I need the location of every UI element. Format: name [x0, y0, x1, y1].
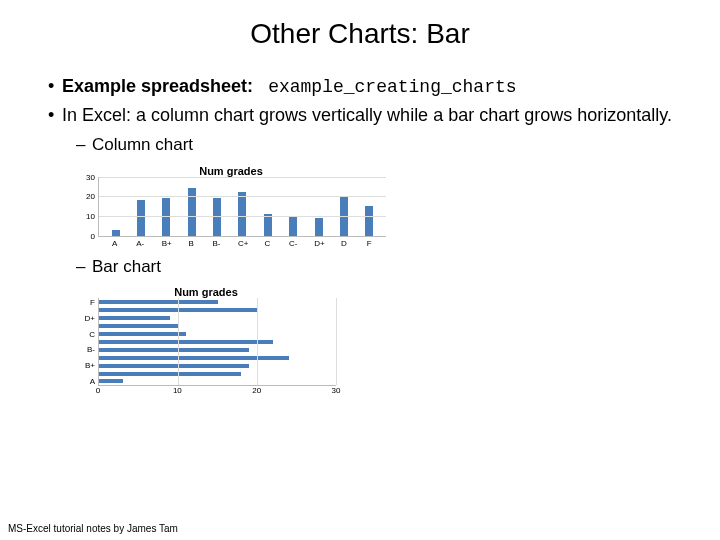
bullet-1-prefix: Example spreadsheet:	[62, 76, 253, 96]
footer-text: MS-Excel tutorial notes by James Tam	[8, 523, 178, 534]
sub-bullet-column: – Column chart	[76, 134, 680, 157]
x-tick-label: 20	[252, 386, 261, 395]
x-tick-label: D	[340, 239, 348, 248]
column-bar	[315, 218, 323, 236]
y-tick-label: 20	[79, 192, 95, 201]
bar-row: B+	[99, 363, 336, 369]
bar-chart: Num grades FD+CB-B+A 0102030	[76, 286, 680, 398]
sub-bullet-column-label: Column chart	[92, 134, 193, 157]
bar	[99, 340, 273, 344]
bar-chart-xlabels: 0102030	[98, 386, 336, 398]
x-tick-label: 30	[332, 386, 341, 395]
gridline	[99, 196, 386, 197]
y-tick-label: C	[77, 330, 95, 339]
page-title: Other Charts: Bar	[40, 18, 680, 50]
x-tick-label: C-	[289, 239, 297, 248]
x-tick-label: 10	[173, 386, 182, 395]
bar	[99, 300, 218, 304]
bar	[99, 356, 289, 360]
dash-icon: –	[76, 256, 92, 279]
bar-row	[99, 371, 336, 377]
gridline	[178, 298, 179, 385]
y-tick-label: 30	[79, 172, 95, 181]
bullet-1-filename: example_creating_charts	[268, 77, 516, 97]
column-bar	[112, 230, 120, 236]
bar	[99, 324, 178, 328]
sub-bullet-bar-label: Bar chart	[92, 256, 161, 279]
bar	[99, 332, 186, 336]
gridline	[257, 298, 258, 385]
dash-icon: –	[76, 134, 92, 157]
column-bar	[264, 214, 272, 236]
x-tick-label: F	[365, 239, 373, 248]
bar-chart-title: Num grades	[76, 286, 336, 298]
y-tick-label: B-	[77, 345, 95, 354]
bar	[99, 316, 170, 320]
bar-row: F	[99, 299, 336, 305]
bar-row	[99, 355, 336, 361]
y-tick-label: A	[77, 377, 95, 386]
x-tick-label: A-	[136, 239, 144, 248]
y-tick-label: D+	[77, 314, 95, 323]
column-bar	[365, 206, 373, 236]
x-tick-label: B-	[213, 239, 221, 248]
bar-chart-plot: FD+CB-B+A	[98, 298, 336, 386]
y-tick-label: 0	[79, 231, 95, 240]
bar-row: A	[99, 378, 336, 384]
y-tick-label: F	[77, 298, 95, 307]
bullet-list: • Example spreadsheet: example_creating_…	[48, 74, 680, 157]
y-tick-label: 10	[79, 211, 95, 220]
gridline	[336, 298, 337, 385]
bar-row: B-	[99, 347, 336, 353]
bullet-dot-icon: •	[48, 74, 62, 99]
bar	[99, 379, 123, 383]
bullet-dot-icon: •	[48, 103, 62, 127]
x-tick-label: C	[263, 239, 271, 248]
gridline	[99, 216, 386, 217]
gridline	[99, 177, 386, 178]
column-bar	[289, 216, 297, 236]
bar-row	[99, 307, 336, 313]
bar-row: C	[99, 331, 336, 337]
bullet-2: • In Excel: a column chart grows vertica…	[48, 103, 680, 127]
x-tick-label: B	[187, 239, 195, 248]
bullet-2-text: In Excel: a column chart grows verticall…	[62, 103, 672, 127]
column-bar	[238, 192, 246, 235]
column-chart-plot: 0102030	[98, 177, 386, 237]
bar-row: D+	[99, 315, 336, 321]
column-chart-xlabels: AA-B+BB-C+CC-D+DF	[98, 239, 386, 248]
x-tick-label: 0	[96, 386, 100, 395]
sub-bullet-bar: – Bar chart	[76, 256, 680, 279]
x-tick-label: D+	[314, 239, 322, 248]
bullet-1: • Example spreadsheet: example_creating_…	[48, 74, 680, 99]
y-tick-label: B+	[77, 361, 95, 370]
column-chart: Num grades 0102030 AA-B+BB-C+CC-D+DF	[76, 165, 680, 248]
column-bar	[137, 200, 145, 235]
x-tick-label: C+	[238, 239, 246, 248]
bar	[99, 372, 241, 376]
x-tick-label: A	[111, 239, 119, 248]
column-chart-title: Num grades	[76, 165, 386, 177]
bar	[99, 364, 249, 368]
x-tick-label: B+	[162, 239, 170, 248]
bar-row	[99, 339, 336, 345]
bar	[99, 348, 249, 352]
bar-row	[99, 323, 336, 329]
